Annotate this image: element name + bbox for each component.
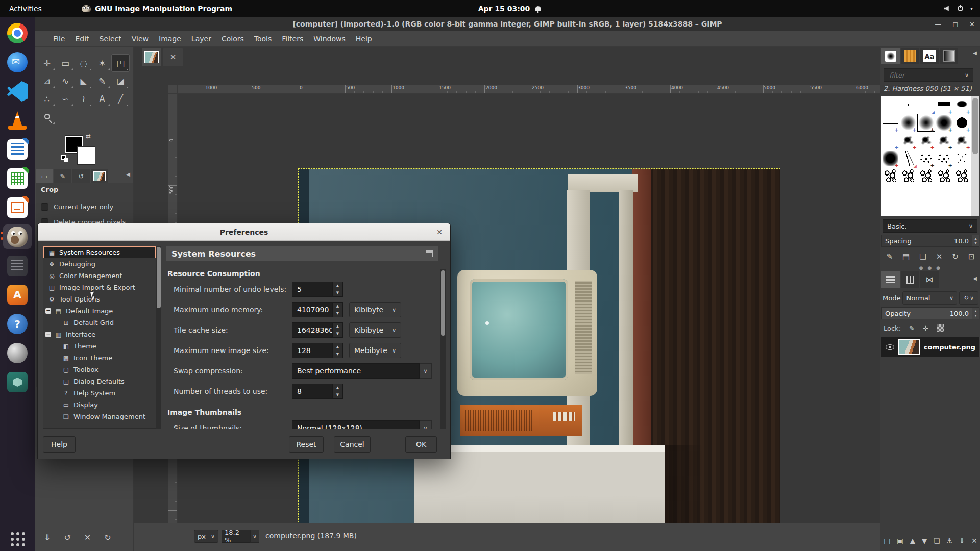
checkbox[interactable] xyxy=(41,203,48,211)
tool-button[interactable]: ◰ xyxy=(111,54,130,72)
menu-item[interactable]: Image xyxy=(154,31,186,46)
brush-item[interactable] xyxy=(935,96,953,114)
ok-button[interactable]: OK xyxy=(405,436,437,453)
number-input[interactable]: 128 ▲▼ xyxy=(292,343,343,358)
focused-app-name[interactable]: GNU Image Manipulation Program xyxy=(95,5,232,13)
menu-item[interactable]: Select xyxy=(94,31,127,46)
brush-item[interactable] xyxy=(935,167,953,185)
tab-fonts[interactable]: Aa xyxy=(920,48,939,64)
unit-select[interactable]: px ∨ xyxy=(194,530,218,543)
brush-item[interactable] xyxy=(899,132,917,149)
tool-button[interactable]: A xyxy=(93,90,111,108)
preferences-nav-item[interactable]: − ◧ Theme xyxy=(43,340,156,352)
dock-item[interactable] xyxy=(3,137,32,162)
preferences-nav-item[interactable]: − ▩ Icon Theme xyxy=(43,352,156,364)
tab-device-status[interactable]: ✎ xyxy=(54,169,71,183)
brush-action-icon[interactable]: ✎ xyxy=(887,252,893,261)
brush-item[interactable] xyxy=(899,96,917,114)
spinner-buttons[interactable]: ▲▼ xyxy=(332,323,342,337)
dialog-close-icon[interactable]: ✕ xyxy=(435,228,444,237)
lock-position-icon[interactable]: ✛ xyxy=(923,324,928,332)
reset-button[interactable]: Reset xyxy=(289,436,324,453)
tool-button[interactable]: ◣ xyxy=(75,72,93,90)
tool-button[interactable]: ⊿ xyxy=(38,72,56,90)
brush-item[interactable] xyxy=(935,132,953,149)
spinner-buttons[interactable]: ▲▼ xyxy=(332,303,342,317)
brush-action-icon[interactable]: ✕ xyxy=(936,252,943,261)
spacing-stepper[interactable]: ▴▾ xyxy=(972,235,979,246)
dock-item-show-apps[interactable] xyxy=(3,527,32,551)
tool-button[interactable]: ✎ xyxy=(93,72,111,90)
brush-item[interactable] xyxy=(953,167,971,185)
toolbox-footer-icon[interactable]: ↺ xyxy=(64,533,70,542)
expander-icon[interactable]: − xyxy=(45,332,51,337)
layer-mode-switch[interactable]: ↻ ∨ xyxy=(959,291,978,305)
brush-item[interactable] xyxy=(935,114,953,132)
tab-layers[interactable] xyxy=(881,271,900,288)
preferences-nav-item[interactable]: − ▢ Toolbox xyxy=(43,364,156,375)
number-input[interactable]: 5 ▲▼ xyxy=(292,282,343,297)
brush-item[interactable] xyxy=(917,167,935,185)
layer-list-item[interactable]: computer.png xyxy=(881,337,979,357)
menu-item[interactable]: File xyxy=(48,31,70,46)
zoom-level-input[interactable]: 18.2 % xyxy=(222,530,250,543)
dock-item[interactable] xyxy=(3,254,32,278)
tool-button[interactable]: ✶ xyxy=(93,54,111,72)
brush-item[interactable] xyxy=(881,132,899,149)
brush-item[interactable] xyxy=(917,149,935,167)
brush-action-icon[interactable]: ▤ xyxy=(902,252,910,261)
help-button[interactable]: Help xyxy=(43,436,76,453)
preferences-nav-item[interactable]: − ▤ Default Image xyxy=(43,305,156,317)
dropdown-select[interactable]: Normal (128x128) xyxy=(292,420,420,429)
spinner-buttons[interactable]: ▲▼ xyxy=(332,343,342,358)
maximize-button[interactable]: ◻ xyxy=(952,20,958,28)
tab-image-thumbnail[interactable] xyxy=(91,169,108,183)
collapse-panel-icon[interactable]: ◀ xyxy=(126,171,130,177)
tool-button[interactable]: ╱ xyxy=(111,90,130,108)
nav-scrollbar[interactable] xyxy=(156,246,161,429)
tool-button[interactable]: ∽ xyxy=(56,90,75,108)
tool-button[interactable]: ✛ xyxy=(38,54,56,72)
ruler-origin-corner[interactable] xyxy=(168,85,178,94)
menu-item[interactable]: Filters xyxy=(277,31,308,46)
dock-item[interactable] xyxy=(3,50,32,74)
brush-spacing-control[interactable]: Spacing 10.0 ▴▾ xyxy=(881,235,979,247)
toolbox-footer-icon[interactable]: ↻ xyxy=(104,533,111,542)
layer-action-icon[interactable]: ⇓ xyxy=(959,537,965,545)
layer-mode-select[interactable]: Normal ∨ xyxy=(902,291,957,305)
preferences-nav-item[interactable]: − ❖ Debugging xyxy=(43,258,156,270)
layer-action-icon[interactable]: ▣ xyxy=(897,537,903,545)
tab-undo-history[interactable]: ↺ xyxy=(72,169,90,183)
brush-item[interactable] xyxy=(899,167,917,185)
dock-item[interactable] xyxy=(3,312,32,336)
dock-item[interactable] xyxy=(3,166,32,191)
tab-brushes[interactable] xyxy=(881,48,900,64)
layer-action-icon[interactable]: ▼ xyxy=(922,537,927,545)
preferences-nav-item[interactable]: − ⊞ Default Grid xyxy=(43,317,156,329)
dock-item[interactable] xyxy=(3,21,32,45)
dropdown-chevron[interactable]: ∨ xyxy=(420,363,432,379)
menu-item[interactable]: Colors xyxy=(216,31,249,46)
close-button[interactable]: ✕ xyxy=(969,20,975,28)
layer-visibility-eye-icon[interactable] xyxy=(886,344,894,350)
swap-colors-icon[interactable]: ⇄ xyxy=(86,133,91,140)
layer-action-icon[interactable]: ▲ xyxy=(910,537,916,545)
preferences-nav-item[interactable]: − ◎ Color Management xyxy=(43,270,156,282)
brush-action-icon[interactable]: ❏ xyxy=(919,252,926,261)
unit-select[interactable]: Mebibyte ∨ xyxy=(349,343,401,358)
preferences-nav-item[interactable]: − ◱ Dialog Defaults xyxy=(43,375,156,387)
expander-icon[interactable]: − xyxy=(45,308,51,314)
tool-button[interactable]: ◌ xyxy=(75,54,93,72)
zoom-tool-button[interactable] xyxy=(38,108,56,126)
tab-patterns[interactable] xyxy=(901,48,919,64)
preferences-nav-item[interactable]: − ⚙ Tool Options xyxy=(43,293,156,305)
preferences-nav-item[interactable]: − ◫ Image Import & Export xyxy=(43,282,156,293)
layer-opacity-control[interactable]: Opacity 100.0 ▴▾ xyxy=(881,307,979,319)
clock[interactable]: Apr 15 03:00 xyxy=(478,5,541,13)
tool-button[interactable]: ∿ xyxy=(56,72,75,90)
tab-paths[interactable]: ⋈ xyxy=(920,271,939,288)
brush-item[interactable] xyxy=(935,149,953,167)
lock-pixels-icon[interactable]: ✎ xyxy=(909,324,915,332)
dock-item[interactable] xyxy=(3,224,32,249)
dock-item[interactable] xyxy=(3,79,32,104)
